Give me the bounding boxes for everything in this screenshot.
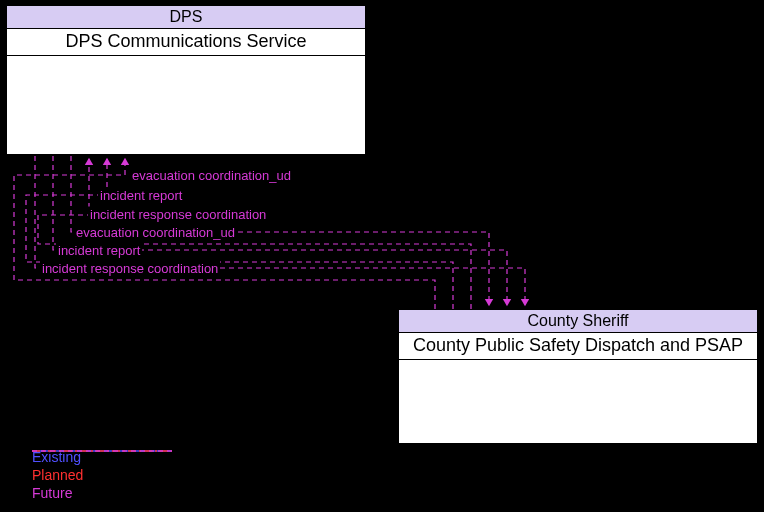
legend-label-planned: Planned	[32, 467, 83, 483]
flow-label-0: evacuation coordination_ud	[130, 168, 293, 183]
flow-label-4: incident report	[56, 243, 142, 258]
flow-label-2: incident response coordination	[88, 207, 268, 222]
legend-row-planned: Planned	[32, 466, 83, 484]
flow-label-5: incident response coordination	[40, 261, 220, 276]
legend: Existing Planned Future	[32, 448, 83, 502]
flow-label-3: evacuation coordination_ud	[74, 225, 237, 240]
legend-row-future: Future	[32, 484, 83, 502]
legend-label-future: Future	[32, 485, 72, 501]
flow-label-1: incident report	[98, 188, 184, 203]
legend-line-future	[32, 448, 172, 454]
